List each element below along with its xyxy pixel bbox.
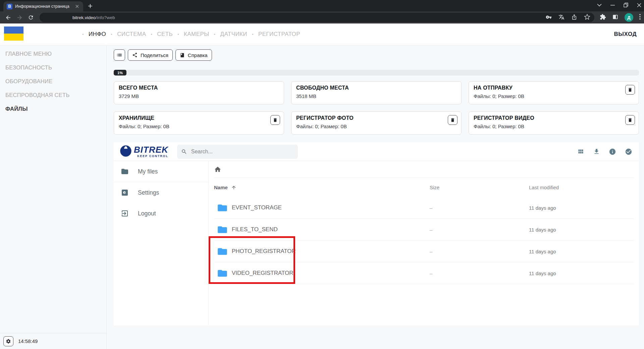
progress-value: 1% bbox=[114, 70, 126, 76]
card-value: Файлы: 0; Размер: 0B bbox=[119, 123, 279, 129]
table-row-event-storage[interactable]: EVENT_STORAGE – 11 days ago bbox=[214, 197, 634, 219]
share-icon bbox=[132, 52, 138, 58]
logout-link[interactable]: ВЫХОД bbox=[614, 23, 637, 45]
select-check-icon[interactable] bbox=[625, 148, 632, 155]
column-header-name[interactable]: Name bbox=[214, 185, 430, 190]
menu-item-my-files[interactable]: My files bbox=[114, 161, 208, 182]
table-row-video-registrator[interactable]: VIDEO_REGISTRATOR – 11 days ago bbox=[214, 262, 634, 284]
table-row-files-to-send[interactable]: FILES_TO_SEND – 11 days ago bbox=[214, 219, 634, 241]
side-panel-icon[interactable] bbox=[612, 14, 619, 21]
search-box[interactable] bbox=[177, 145, 298, 159]
nav-item-network[interactable]: СЕТЬ bbox=[157, 31, 173, 38]
browser-tab[interactable]: B Информационная страница bbox=[3, 1, 83, 11]
folder-icon bbox=[217, 247, 227, 256]
trash-button[interactable] bbox=[448, 115, 458, 125]
nav-item-sensors[interactable]: ДАТЧИКИ bbox=[220, 31, 247, 38]
forward-button[interactable] bbox=[15, 13, 24, 22]
sidebar: ГЛАВНОЕ МЕНЮ БЕЗОПАСНОСТЬ ОБОРУДОВАНИЕ Б… bbox=[0, 45, 107, 349]
password-key-icon[interactable] bbox=[546, 14, 552, 21]
file-name: FILES_TO_SEND bbox=[232, 226, 278, 233]
nav-item-info[interactable]: ИНФО bbox=[89, 31, 106, 38]
share-button[interactable]: Поделиться bbox=[128, 49, 173, 61]
back-button[interactable] bbox=[3, 13, 13, 22]
card-title: ХРАНИЛИЩЕ bbox=[119, 115, 279, 121]
bookmark-star-icon[interactable] bbox=[584, 14, 590, 21]
search-input[interactable] bbox=[191, 149, 294, 155]
sidebar-item-equipment[interactable]: ОБОРУДОВАНИЕ bbox=[0, 74, 106, 88]
breadcrumb bbox=[214, 161, 634, 178]
grid-view-icon[interactable] bbox=[577, 148, 584, 155]
home-icon[interactable] bbox=[214, 166, 221, 173]
nav-separator bbox=[214, 31, 216, 38]
page-header: ИНФО СИСТЕМА СЕТЬ КАМЕРЫ ДАТЧИКИ РЕГИСТР… bbox=[0, 23, 644, 45]
sidebar-item-wireless[interactable]: БЕСПРОВОДНАЯ СЕТЬ bbox=[0, 88, 106, 102]
card-title: СВОБОДНО МЕСТА bbox=[296, 85, 457, 91]
logo-tagline: KEEP CONTROL bbox=[137, 155, 168, 158]
share-page-icon[interactable] bbox=[571, 14, 577, 21]
nav-item-registrator[interactable]: РЕГИСТРАТОР bbox=[258, 31, 300, 38]
nav-separator bbox=[82, 31, 84, 38]
sidebar-item-files[interactable]: ФАЙЛЫ bbox=[0, 102, 106, 116]
action-toolbar: Поделиться Справка bbox=[114, 49, 639, 61]
address-bar[interactable]: bitrek.video/info?web bbox=[40, 13, 594, 22]
table-row-photo-registrator[interactable]: PHOTO_REGISTRATOR – 11 days ago bbox=[214, 241, 634, 262]
nav-item-system[interactable]: СИСТЕМА bbox=[117, 31, 146, 38]
list-view-button[interactable] bbox=[114, 49, 125, 61]
window-close-button[interactable] bbox=[637, 3, 641, 7]
file-modified: 11 days ago bbox=[529, 249, 634, 254]
card-value: Файлы: 0; Размер: 0B bbox=[474, 93, 634, 99]
card-registrator-photo: РЕГИСТРАТОР ФОТО Файлы: 0; Размер: 0B bbox=[291, 111, 462, 135]
file-size: – bbox=[430, 227, 529, 233]
info-icon[interactable] bbox=[609, 148, 616, 155]
exit-icon bbox=[121, 209, 129, 217]
top-nav: ИНФО СИСТЕМА СЕТЬ КАМЕРЫ ДАТЧИКИ РЕГИСТР… bbox=[82, 23, 300, 45]
file-name: PHOTO_REGISTRATOR bbox=[232, 248, 296, 255]
folder-icon bbox=[217, 226, 227, 234]
card-title: РЕГИСТРАТОР ВИДЕО bbox=[474, 115, 634, 121]
tab-close-icon[interactable] bbox=[74, 4, 80, 9]
nav-item-cameras[interactable]: КАМЕРЫ bbox=[184, 31, 209, 38]
device-clock: 14:58:49 bbox=[18, 338, 38, 344]
folder-icon bbox=[217, 204, 227, 212]
card-storage: ХРАНИЛИЩЕ Файлы: 0; Размер: 0B bbox=[114, 111, 284, 135]
file-list-area: Name Size Last modified bbox=[209, 161, 639, 326]
file-size: – bbox=[430, 205, 529, 211]
tab-search-chevron-icon[interactable] bbox=[597, 4, 602, 6]
trash-button[interactable] bbox=[625, 115, 635, 125]
file-manager-menu: My files Settings bbox=[114, 161, 209, 326]
window-minimize-button[interactable] bbox=[610, 5, 615, 6]
window-restore-button[interactable] bbox=[624, 3, 628, 7]
file-manager: BITREK KEEP CONTROL bbox=[114, 142, 639, 326]
share-button-label: Поделиться bbox=[141, 52, 168, 58]
trash-button[interactable] bbox=[270, 115, 280, 125]
sidebar-item-security[interactable]: БЕЗОПАСНОСТЬ bbox=[0, 61, 106, 74]
trash-button[interactable] bbox=[625, 85, 635, 95]
nav-separator bbox=[252, 31, 254, 38]
card-registrator-video: РЕГИСТРАТОР ВИДЕО Файлы: 0; Размер: 0B bbox=[469, 111, 639, 135]
card-value: Файлы: 0; Размер: 0B bbox=[474, 123, 634, 129]
storage-cards: ВСЕГО МЕСТА 3729 MB СВОБОДНО МЕСТА 3518 … bbox=[114, 81, 639, 135]
file-modified: 11 days ago bbox=[529, 227, 634, 233]
column-header-size[interactable]: Size bbox=[430, 185, 529, 190]
help-button[interactable]: Справка bbox=[175, 49, 212, 61]
nav-separator bbox=[151, 31, 152, 38]
card-total-space: ВСЕГО МЕСТА 3729 MB bbox=[114, 81, 284, 104]
menu-item-settings[interactable]: Settings bbox=[114, 182, 208, 203]
reload-button[interactable] bbox=[26, 13, 36, 22]
sidebar-item-main-menu[interactable]: ГЛАВНОЕ МЕНЮ bbox=[0, 47, 106, 61]
translate-icon[interactable] bbox=[558, 14, 565, 21]
profile-avatar[interactable]: Д bbox=[625, 13, 633, 22]
settings-gear-button[interactable] bbox=[3, 336, 13, 346]
nav-separator bbox=[177, 31, 179, 38]
extensions-puzzle-icon[interactable] bbox=[600, 14, 606, 21]
folder-icon bbox=[217, 269, 227, 278]
download-icon[interactable] bbox=[593, 148, 600, 155]
menu-item-logout[interactable]: Logout bbox=[114, 203, 208, 224]
browser-tabstrip: B Информационная страница bbox=[0, 0, 644, 11]
browser-menu-kebab-icon[interactable] bbox=[639, 14, 641, 21]
ukraine-flag bbox=[4, 27, 23, 41]
folder-icon bbox=[121, 167, 129, 176]
column-header-modified[interactable]: Last modified bbox=[529, 185, 634, 190]
file-name: VIDEO_REGISTRATOR bbox=[232, 270, 293, 277]
new-tab-button[interactable] bbox=[88, 4, 93, 10]
